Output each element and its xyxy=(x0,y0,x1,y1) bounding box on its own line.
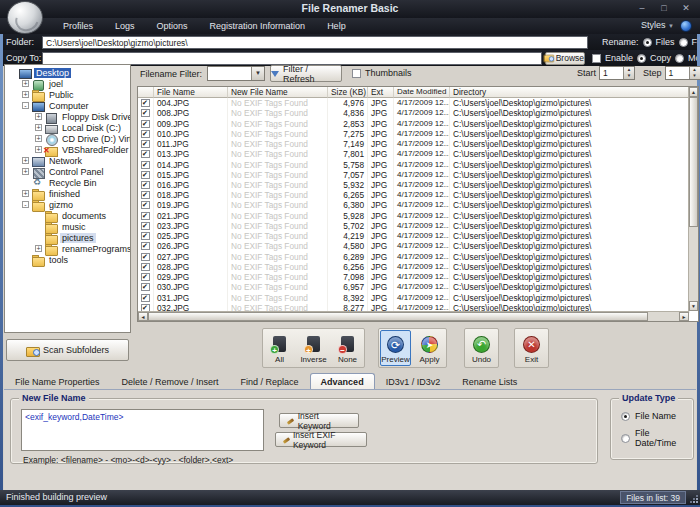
table-row[interactable]: 026.JPGNo EXIF Tags Found4,580JPG4/17/20… xyxy=(138,241,698,251)
tab-id3v1-id3v2[interactable]: ID3v1 / ID3v2 xyxy=(375,373,452,390)
styles-dropdown[interactable]: Styles ▼ xyxy=(641,20,674,30)
vertical-scroll-thumb[interactable] xyxy=(689,97,698,227)
table-row[interactable]: 010.JPGNo EXIF Tags Found7,275JPG4/17/20… xyxy=(138,129,698,139)
row-checkbox[interactable] xyxy=(141,109,150,117)
none-button[interactable]: −None xyxy=(332,330,363,366)
header-cell-new-file-name[interactable]: New File Name xyxy=(228,87,328,98)
expand-icon[interactable]: + xyxy=(22,190,29,197)
header-cell-ext[interactable]: Ext xyxy=(368,87,394,98)
folder-input[interactable]: C:\Users\joel\Desktop\gizmo\pictures\ xyxy=(42,36,588,49)
vertical-scrollbar[interactable]: ▲ ▼ xyxy=(688,87,698,311)
tree-item-gizmo[interactable]: -gizmo xyxy=(5,199,130,210)
tree-item-pictures[interactable]: pictures xyxy=(5,232,130,243)
tree-item-recycle-bin[interactable]: Recycle Bin xyxy=(5,177,130,188)
menu-item-profiles[interactable]: Profiles xyxy=(52,18,104,34)
header-cell-checkbox[interactable] xyxy=(138,87,154,98)
table-row[interactable]: 013.JPGNo EXIF Tags Found7,801JPG4/17/20… xyxy=(138,149,698,159)
scroll-right-icon[interactable]: ► xyxy=(679,312,689,321)
table-row[interactable]: 029.JPGNo EXIF Tags Found7,098JPG4/17/20… xyxy=(138,272,698,282)
table-row[interactable]: 009.JPGNo EXIF Tags Found2,853JPG4/17/20… xyxy=(138,118,698,128)
menu-item-options[interactable]: Options xyxy=(146,18,199,34)
expand-icon[interactable]: + xyxy=(22,91,29,98)
row-checkbox[interactable] xyxy=(141,253,150,261)
row-checkbox[interactable] xyxy=(141,150,150,158)
row-checkbox[interactable] xyxy=(141,130,150,138)
help-orb-icon[interactable] xyxy=(680,20,692,32)
combo-dropdown-icon[interactable]: ▼ xyxy=(251,67,264,80)
row-checkbox[interactable] xyxy=(141,212,150,220)
scroll-down-icon[interactable]: ▼ xyxy=(689,301,698,311)
row-checkbox[interactable] xyxy=(141,99,150,107)
table-row[interactable]: 025.JPGNo EXIF Tags Found4,219JPG4/17/20… xyxy=(138,231,698,241)
radio-copy[interactable] xyxy=(637,54,646,63)
row-checkbox[interactable] xyxy=(141,171,150,179)
start-input[interactable]: 1 ▲▼ xyxy=(599,66,635,80)
minimize-button[interactable]: – xyxy=(636,2,648,14)
filename-filter-combo[interactable]: ▼ xyxy=(207,66,265,81)
apply-button[interactable]: ➤Apply xyxy=(414,330,445,366)
table-row[interactable]: 023.JPGNo EXIF Tags Found5,702JPG4/17/20… xyxy=(138,221,698,231)
tree-item-vbsharedfolder-vboxsvr-z[interactable]: +VBSharedFolder (\\vboxsvr) (Z xyxy=(5,144,130,155)
tab-delete-remove-insert[interactable]: Delete / Remove / Insert xyxy=(111,373,230,390)
tree-item-renameprograms[interactable]: +renamePrograms xyxy=(5,243,130,254)
table-row[interactable]: 021.JPGNo EXIF Tags Found5,928JPG4/17/20… xyxy=(138,211,698,221)
enable-checkbox[interactable] xyxy=(592,54,601,63)
keyword-textarea[interactable]: <exif_keyword,DateTime> xyxy=(21,409,264,451)
tab-rename-lists[interactable]: Rename Lists xyxy=(451,373,528,390)
row-checkbox[interactable] xyxy=(141,181,150,189)
tree-item-network[interactable]: +Network xyxy=(5,155,130,166)
row-checkbox[interactable] xyxy=(141,140,150,148)
tree-item-cd-drive-d-virtualbox-guest[interactable]: +CD Drive (D:) VirtualBox Guest xyxy=(5,133,130,144)
menu-item-logs[interactable]: Logs xyxy=(104,18,146,34)
header-cell-directory[interactable]: Directory xyxy=(450,87,690,98)
row-checkbox[interactable] xyxy=(141,294,150,302)
step-input[interactable]: 1 ▲▼ xyxy=(665,66,700,80)
close-button[interactable]: ✕ xyxy=(680,2,692,14)
row-checkbox[interactable] xyxy=(141,232,150,240)
row-checkbox[interactable] xyxy=(141,191,150,199)
preview-button[interactable]: ⟳Preview xyxy=(380,330,411,366)
row-checkbox[interactable] xyxy=(141,273,150,281)
table-row[interactable]: 019.JPGNo EXIF Tags Found6,380JPG4/17/20… xyxy=(138,200,698,210)
scroll-up-icon[interactable]: ▲ xyxy=(689,87,698,97)
tree-item-tools[interactable]: tools xyxy=(5,254,130,265)
tree-item-floppy-disk-drive-a[interactable]: +Floppy Disk Drive (A:) xyxy=(5,111,130,122)
table-row[interactable]: 027.JPGNo EXIF Tags Found6,289JPG4/17/20… xyxy=(138,252,698,262)
row-checkbox[interactable] xyxy=(141,120,150,128)
expand-icon[interactable]: + xyxy=(35,124,42,131)
expand-icon[interactable]: + xyxy=(22,168,29,175)
radio-rename-files[interactable] xyxy=(643,38,652,47)
horizontal-scrollbar[interactable]: ◄ ► xyxy=(138,311,689,321)
row-checkbox[interactable] xyxy=(141,263,150,271)
table-row[interactable]: 018.JPGNo EXIF Tags Found6,265JPG4/17/20… xyxy=(138,190,698,200)
header-cell-date-modified[interactable]: Date Modified xyxy=(394,87,450,98)
thumbnails-checkbox[interactable] xyxy=(352,69,361,78)
start-spinner[interactable]: ▲▼ xyxy=(623,67,634,79)
row-checkbox[interactable] xyxy=(141,283,150,291)
tab-advanced[interactable]: Advanced xyxy=(310,373,375,390)
table-row[interactable]: 014.JPGNo EXIF Tags Found5,758JPG4/17/20… xyxy=(138,159,698,169)
table-row[interactable]: 008.JPGNo EXIF Tags Found4,836JPG4/17/20… xyxy=(138,108,698,118)
all-button[interactable]: +All xyxy=(264,330,295,366)
tree-item-joel[interactable]: +joel xyxy=(5,78,130,89)
menu-item-registration-information[interactable]: Registration Information xyxy=(199,18,317,34)
table-row[interactable]: 011.JPGNo EXIF Tags Found7,149JPG4/17/20… xyxy=(138,139,698,149)
insert-exif-keyword-button[interactable]: Insert EXIF Keyword xyxy=(275,432,367,447)
tree-item-local-disk-c[interactable]: +Local Disk (C:) xyxy=(5,122,130,133)
collapse-icon[interactable]: - xyxy=(22,102,29,109)
radio-update-file-name[interactable] xyxy=(621,412,630,421)
row-checkbox[interactable] xyxy=(141,222,150,230)
table-row[interactable]: 016.JPGNo EXIF Tags Found5,932JPG4/17/20… xyxy=(138,180,698,190)
row-checkbox[interactable] xyxy=(141,242,150,250)
horizontal-scroll-thumb[interactable] xyxy=(148,312,648,321)
expand-icon[interactable]: + xyxy=(22,80,29,87)
row-checkbox[interactable] xyxy=(141,201,150,209)
tab-find-replace[interactable]: Find / Replace xyxy=(230,373,310,390)
expand-icon[interactable]: + xyxy=(35,113,42,120)
collapse-icon[interactable]: - xyxy=(22,201,29,208)
table-row[interactable]: 030.JPGNo EXIF Tags Found6,957JPG4/17/20… xyxy=(138,282,698,292)
exit-button[interactable]: ✕Exit xyxy=(516,330,547,366)
row-checkbox[interactable] xyxy=(141,161,150,169)
insert-keyword-button[interactable]: Insert Keyword xyxy=(279,413,359,428)
table-row[interactable]: 031.JPGNo EXIF Tags Found8,392JPG4/17/20… xyxy=(138,292,698,302)
